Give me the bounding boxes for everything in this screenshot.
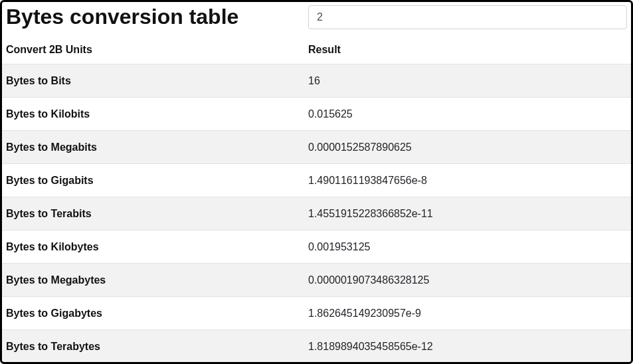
col-header-result: Result	[304, 36, 631, 64]
table-row: Bytes to Kilobits 0.015625	[2, 98, 631, 131]
conversion-table: Convert 2B Units Result Bytes to Bits 16…	[2, 36, 631, 363]
col-header-unit: Convert 2B Units	[2, 36, 304, 64]
result-cell: 0.015625	[304, 98, 631, 131]
unit-cell: Bytes to Kilobits	[2, 98, 304, 131]
unit-cell: Bytes to Gigabits	[2, 164, 304, 197]
unit-cell: Bytes to Kilobytes	[2, 230, 304, 264]
result-cell: 1.8189894035458565e-12	[304, 330, 631, 363]
table-row: Bytes to Gigabytes 1.862645149230957e-9	[2, 297, 631, 330]
table-row: Bytes to Kilobytes 0.001953125	[2, 230, 631, 264]
result-cell: 0.001953125	[304, 230, 631, 264]
input-wrap	[308, 5, 627, 29]
result-cell: 1.4901161193847656e-8	[304, 164, 631, 197]
result-cell: 0.0000152587890625	[304, 131, 631, 164]
table-row: Bytes to Megabytes 0.0000019073486328125	[2, 264, 631, 297]
unit-cell: Bytes to Bits	[2, 64, 304, 98]
table-row: Bytes to Terabytes 1.8189894035458565e-1…	[2, 330, 631, 363]
result-cell: 1.4551915228366852e-11	[304, 197, 631, 230]
result-cell: 1.862645149230957e-9	[304, 297, 631, 330]
unit-cell: Bytes to Megabytes	[2, 264, 304, 297]
header: Bytes conversion table	[2, 2, 631, 36]
result-cell: 16	[304, 64, 631, 98]
conversion-panel: Bytes conversion table Convert 2B Units …	[0, 0, 633, 364]
unit-cell: Bytes to Terabits	[2, 197, 304, 230]
value-input[interactable]	[308, 5, 627, 29]
table-row: Bytes to Terabits 1.4551915228366852e-11	[2, 197, 631, 230]
table-header-row: Convert 2B Units Result	[2, 36, 631, 64]
unit-cell: Bytes to Terabytes	[2, 330, 304, 363]
unit-cell: Bytes to Gigabytes	[2, 297, 304, 330]
table-row: Bytes to Gigabits 1.4901161193847656e-8	[2, 164, 631, 197]
result-cell: 0.0000019073486328125	[304, 264, 631, 297]
page-title: Bytes conversion table	[6, 5, 308, 29]
unit-cell: Bytes to Megabits	[2, 131, 304, 164]
table-row: Bytes to Megabits 0.0000152587890625	[2, 131, 631, 164]
table-row: Bytes to Bits 16	[2, 64, 631, 98]
